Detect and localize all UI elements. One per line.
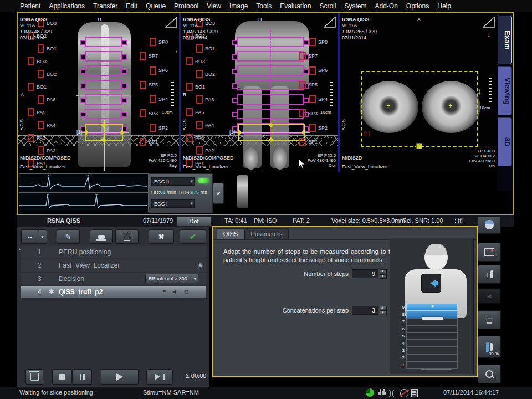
series-thumbnail[interactable] bbox=[237, 175, 248, 208]
slice-box[interactable] bbox=[85, 37, 122, 47]
fov-dashed-box[interactable]: [1] bbox=[361, 71, 478, 147]
ecg-lead-select-top[interactable]: ECG II bbox=[151, 177, 195, 186]
dot-engine-button[interactable]: Dot bbox=[176, 216, 212, 227]
start-measurement-button[interactable] bbox=[101, 369, 139, 385]
band-bar[interactable] bbox=[406, 347, 458, 354]
band-bar[interactable] bbox=[406, 340, 458, 347]
coverage-band[interactable]: 6 bbox=[397, 325, 458, 332]
slice-group-overlay[interactable] bbox=[237, 37, 304, 137]
queue-mode-dropdown[interactable]: ▾ bbox=[38, 229, 47, 244]
number-of-steps-field[interactable]: 9 bbox=[352, 269, 378, 278]
active-slice-roi[interactable]: [1] bbox=[85, 124, 123, 141]
scroll-down-arrow-icon[interactable]: ↓ bbox=[487, 31, 490, 39]
menu-item[interactable]: Edit bbox=[126, 2, 137, 10]
band-bar[interactable] bbox=[406, 325, 458, 332]
sat-band-label[interactable]: BO1 bbox=[186, 83, 233, 91]
copy-reference-button[interactable] bbox=[115, 229, 139, 244]
fov-handle[interactable] bbox=[416, 143, 422, 149]
coverage-band[interactable]: 7 bbox=[397, 318, 458, 325]
table-position-button[interactable]: ↕ bbox=[478, 265, 501, 284]
slice-box[interactable] bbox=[85, 109, 122, 119]
sat-band-label[interactable]: SP1 bbox=[299, 138, 332, 146]
table-charge-button[interactable]: 99 % bbox=[478, 336, 501, 358]
step-row-peru-positioning[interactable]: 1 PERU positioning bbox=[21, 246, 206, 258]
sat-band-label[interactable]: PA3 bbox=[28, 134, 74, 142]
sat-band-label[interactable]: SP1 bbox=[140, 138, 173, 146]
corner-fold-icon[interactable] bbox=[165, 17, 177, 28]
voice-muted-icon[interactable] bbox=[400, 389, 408, 397]
pan-arrow-icon[interactable]: → bbox=[172, 47, 178, 54]
magnifier-button[interactable] bbox=[478, 365, 501, 383]
slice-box[interactable] bbox=[237, 65, 304, 76]
sat-band-label[interactable]: BO2 bbox=[196, 70, 233, 78]
sat-band-label[interactable]: SP4 bbox=[150, 95, 173, 103]
menu-item[interactable]: Image bbox=[229, 2, 248, 10]
stamp-segments-button[interactable] bbox=[90, 229, 113, 244]
menu-item[interactable]: Transfer bbox=[93, 2, 117, 10]
slice-box[interactable] bbox=[85, 51, 122, 62]
confirm-step-button[interactable]: ✔ bbox=[180, 229, 206, 244]
sat-band-label[interactable]: PA6 bbox=[38, 95, 74, 104]
sat-band-label[interactable]: SP5 bbox=[140, 81, 173, 89]
slice-box[interactable] bbox=[85, 94, 122, 105]
band-bar[interactable] bbox=[406, 304, 458, 311]
slice-box[interactable] bbox=[85, 80, 122, 90]
tab-viewing[interactable]: Viewing bbox=[498, 66, 512, 115]
decision-condition-dropdown[interactable]: RR interval > 800 bbox=[145, 274, 198, 283]
step-row-fast-view-localizer[interactable]: 2 Fast_View_Localizer ◉ bbox=[21, 259, 206, 272]
menu-item[interactable]: Add-On bbox=[375, 2, 397, 10]
sat-band-label[interactable]: PA6 bbox=[196, 95, 233, 104]
sat-band-label[interactable]: PA5 bbox=[28, 108, 74, 116]
stop-button[interactable] bbox=[52, 369, 72, 385]
menu-item[interactable]: Applications bbox=[49, 2, 85, 10]
step-voice-icon[interactable]: ◄ bbox=[171, 288, 177, 295]
coverage-band[interactable]: 3 bbox=[397, 347, 458, 354]
intercom-heads-icon[interactable]: )( bbox=[389, 389, 395, 397]
concatenations-field[interactable]: 3 bbox=[352, 306, 378, 315]
slice-group-overlay[interactable] bbox=[85, 37, 122, 137]
slice-box[interactable] bbox=[85, 65, 122, 76]
slice-box[interactable] bbox=[237, 94, 304, 105]
sat-band-label[interactable]: SP2 bbox=[150, 124, 173, 132]
band-bar[interactable] bbox=[406, 332, 458, 340]
physio-display-button[interactable]: ≈ bbox=[478, 288, 501, 304]
menu-item[interactable]: Protocol bbox=[174, 2, 198, 10]
slice-box[interactable] bbox=[237, 37, 304, 47]
menu-item[interactable]: Options bbox=[406, 2, 429, 10]
tab-exam[interactable]: Exam bbox=[498, 16, 512, 64]
sat-band-label[interactable]: BO1 bbox=[196, 44, 233, 53]
sat-band-label[interactable]: BO3 bbox=[186, 57, 233, 65]
contrast-injection-button[interactable]: ✎ bbox=[57, 229, 80, 244]
sat-band-label[interactable]: PA4 bbox=[38, 121, 74, 129]
sat-band-label[interactable]: PA2 bbox=[38, 146, 74, 155]
step-list-icon[interactable]: ≡ bbox=[163, 288, 166, 295]
tab-qiss[interactable]: QISS bbox=[217, 228, 244, 239]
image-review-button[interactable] bbox=[478, 243, 501, 262]
menu-item[interactable]: Help bbox=[437, 2, 451, 10]
step-row-qiss-trufi-selected[interactable]: 4 ✱ QISS_trufi_p2 ≡ ◄ ⧉ bbox=[21, 286, 206, 298]
active-slice-roi[interactable]: [1] bbox=[238, 124, 305, 141]
tab-3d[interactable]: 3D bbox=[498, 117, 512, 166]
viewport-transverse[interactable]: + + [1] ↓ RSNA QISS VE11A 1 IMA 265 / 32… bbox=[340, 16, 497, 172]
move-down-arrow-icon[interactable]: ↓ bbox=[477, 86, 482, 96]
sat-band-label[interactable]: SP7 bbox=[140, 52, 173, 60]
menu-item[interactable]: System bbox=[344, 2, 366, 10]
spinner-down-icon[interactable] bbox=[380, 311, 387, 316]
coverage-band[interactable]: 4 bbox=[397, 340, 458, 346]
band-bar[interactable] bbox=[406, 361, 458, 369]
sat-band-label[interactable]: SP4 bbox=[309, 95, 332, 103]
sat-band-label[interactable]: SP7 bbox=[299, 52, 332, 60]
tab-parameters[interactable]: Parameters bbox=[244, 228, 289, 239]
sat-band-label[interactable]: SP6 bbox=[150, 66, 173, 75]
sat-band-label[interactable]: PA5 bbox=[186, 108, 233, 116]
sat-band-label[interactable]: PA4 bbox=[196, 121, 233, 129]
patient-registration-button[interactable] bbox=[478, 216, 501, 234]
menu-item[interactable]: Queue bbox=[146, 2, 166, 10]
menu-item[interactable]: Evaluation bbox=[280, 2, 311, 10]
collapse-physio-button[interactable]: « bbox=[213, 183, 224, 204]
sat-band-label[interactable]: PA3 bbox=[186, 134, 233, 142]
step-copy-icon[interactable]: ⧉ bbox=[184, 288, 188, 295]
log-document-icon[interactable] bbox=[411, 389, 418, 397]
sat-band-label[interactable]: SP8 bbox=[150, 38, 173, 46]
band-bar[interactable] bbox=[406, 354, 458, 361]
